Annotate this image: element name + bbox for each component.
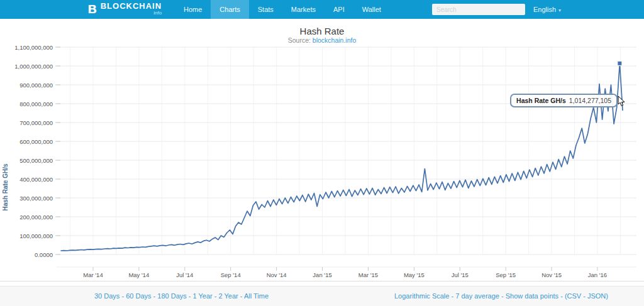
y-tick-label: 1,000,000,000 xyxy=(14,63,53,70)
divider xyxy=(0,281,644,281)
top-navigation-bar: B BLOCKCHAIN info Home Charts Stats Mark… xyxy=(0,0,644,19)
range-all-time[interactable]: All Time xyxy=(244,292,269,300)
blockchain-logo[interactable]: B BLOCKCHAIN info xyxy=(88,0,162,19)
y-axis-title: Hash Rate GH/s xyxy=(2,159,9,216)
export-csv[interactable]: CSV xyxy=(567,292,582,300)
tooltip-label: Hash Rate GH/s xyxy=(516,97,566,104)
x-tick-label: Jan '15 xyxy=(313,271,331,278)
y-tick-label: 400,000,000 xyxy=(19,176,53,183)
x-tick-label: Jan '16 xyxy=(588,271,607,278)
y-tick-label: 100,000,000 xyxy=(19,232,53,239)
separator: - xyxy=(238,292,244,300)
y-tick-label: 0.0000 xyxy=(35,251,53,258)
time-range-links: 30 Days - 60 Days - 180 Days - 1 Year - … xyxy=(94,292,269,300)
range-180-days[interactable]: 180 Days xyxy=(157,292,186,300)
chart-canvas: 0.0000100,000,000200,000,000300,000,0004… xyxy=(0,38,644,283)
paren-close: ) xyxy=(606,292,608,300)
y-tick-label: 300,000,000 xyxy=(19,195,53,202)
hover-tooltip: Hash Rate GH/s1,014,277,105 xyxy=(510,94,618,107)
nav-item-wallet[interactable]: Wallet xyxy=(353,0,390,19)
x-tick-label: Mar '14 xyxy=(83,271,103,278)
export-json[interactable]: JSON xyxy=(587,292,606,300)
page-title: Hash Rate xyxy=(0,26,644,36)
y-tick-label: 700,000,000 xyxy=(19,119,53,126)
separator: - xyxy=(581,292,587,300)
option-logarithmic-scale[interactable]: Logarithmic Scale xyxy=(394,292,449,300)
hashrate-chart: Hash Rate GH/s 0.0000100,000,000200,000,… xyxy=(0,38,644,283)
bitcoin-b-icon: B xyxy=(88,3,97,16)
x-tick-label: Mar '15 xyxy=(358,271,378,278)
option-show-data-points[interactable]: Show data points xyxy=(506,292,558,300)
separator: - xyxy=(213,292,219,300)
nav-item-markets[interactable]: Markets xyxy=(282,0,325,19)
y-tick-label: 500,000,000 xyxy=(19,157,53,164)
separator: - xyxy=(187,292,193,300)
x-tick-label: Nov '14 xyxy=(267,271,287,278)
x-tick-label: Sep '14 xyxy=(221,271,241,278)
tooltip-value: 1,014,277,105 xyxy=(569,97,611,104)
main-nav: Home Charts Stats Markets API Wallet xyxy=(175,0,390,19)
chart-controls-footer: 30 Days - 60 Days - 180 Days - 1 Year - … xyxy=(0,286,644,306)
nav-item-stats[interactable]: Stats xyxy=(249,0,282,19)
x-tick-label: May '15 xyxy=(404,271,425,278)
y-tick-label: 200,000,000 xyxy=(19,214,53,221)
data-point-marker[interactable] xyxy=(618,61,622,65)
x-tick-label: Nov '15 xyxy=(541,271,562,278)
x-tick-label: May '14 xyxy=(128,271,149,278)
hashrate-line-series xyxy=(61,63,623,251)
chart-option-links: Logarithmic Scale - 7 day average - Show… xyxy=(394,292,608,300)
mouse-cursor-icon xyxy=(618,96,626,107)
brand-name: BLOCKCHAIN xyxy=(101,3,162,9)
language-selector[interactable]: English▾ xyxy=(533,0,561,19)
nav-item-api[interactable]: API xyxy=(325,0,353,19)
x-tick-label: Jul '15 xyxy=(452,271,469,278)
y-tick-label: 1,100,000,000 xyxy=(14,44,53,51)
caret-down-icon: ▾ xyxy=(558,8,561,13)
language-label: English xyxy=(533,6,556,13)
separator: - xyxy=(558,292,565,300)
separator: - xyxy=(449,292,455,300)
x-tick-label: Sep '15 xyxy=(496,271,516,278)
range-2-year[interactable]: 2 Year xyxy=(219,292,238,300)
separator: - xyxy=(119,292,126,300)
y-tick-label: 600,000,000 xyxy=(19,138,53,145)
nav-item-home[interactable]: Home xyxy=(175,0,211,19)
brand-subtitle: info xyxy=(101,10,162,16)
range-1-year[interactable]: 1 Year xyxy=(193,292,213,300)
y-tick-label: 900,000,000 xyxy=(19,82,53,89)
page: B BLOCKCHAIN info Home Charts Stats Mark… xyxy=(0,0,644,306)
x-tick-label: Jul '14 xyxy=(176,271,193,278)
option-7-day-average[interactable]: 7 day average xyxy=(455,292,499,300)
y-tick-label: 800,000,000 xyxy=(19,101,53,107)
range-60-days[interactable]: 60 Days xyxy=(126,292,151,300)
nav-item-charts[interactable]: Charts xyxy=(211,0,248,19)
separator: - xyxy=(152,292,158,300)
search-input[interactable] xyxy=(432,4,525,15)
range-30-days[interactable]: 30 Days xyxy=(94,292,119,300)
separator: - xyxy=(499,292,506,300)
